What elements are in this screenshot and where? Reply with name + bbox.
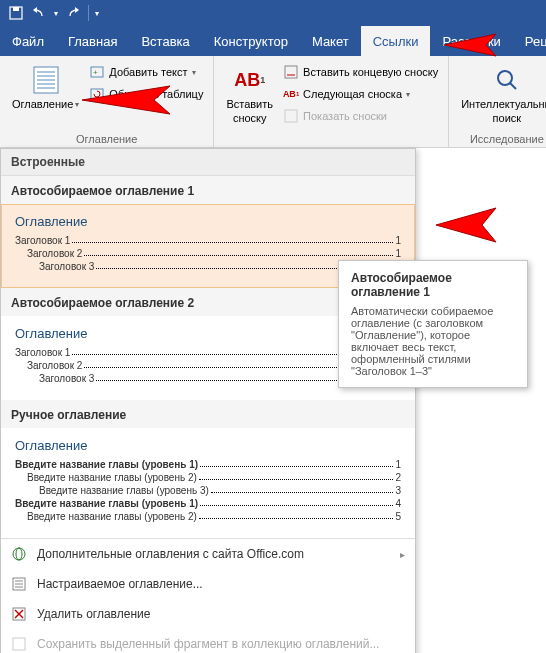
- remove-toc-button[interactable]: Удалить оглавление: [1, 599, 415, 629]
- tab-design[interactable]: Конструктор: [202, 26, 300, 56]
- annotation-arrow: [70, 80, 180, 120]
- globe-icon: [11, 546, 27, 562]
- insert-footnote-button[interactable]: AB1 Вставитьсноску: [220, 60, 279, 128]
- show-footnotes-icon: [283, 108, 299, 124]
- tab-insert[interactable]: Вставка: [129, 26, 201, 56]
- more-from-office-button[interactable]: Дополнительные оглавления с сайта Office…: [1, 539, 415, 569]
- undo-icon[interactable]: [30, 3, 50, 23]
- toc-group-label: Оглавление: [6, 133, 207, 145]
- endnote-icon: [283, 64, 299, 80]
- auto1-section-label: Автособираемое оглавление 1: [1, 176, 415, 204]
- research-group-label: Исследование: [455, 133, 546, 145]
- svg-line-15: [510, 83, 516, 89]
- add-text-icon: +: [89, 64, 105, 80]
- footnote-icon: AB1: [234, 64, 266, 96]
- save-icon[interactable]: [6, 3, 26, 23]
- next-footnote-icon: AB1: [283, 86, 299, 102]
- toc-preview-line: Заголовок 21: [15, 248, 401, 259]
- annotation-arrow: [424, 200, 504, 250]
- quick-access-toolbar: ▾ ▾: [0, 0, 546, 26]
- svg-rect-25: [13, 638, 25, 650]
- annotation-arrow: [434, 30, 504, 60]
- tab-layout[interactable]: Макет: [300, 26, 361, 56]
- toc-icon: [30, 64, 62, 96]
- tooltip-body: Автоматически собираемое оглавление (с з…: [351, 305, 515, 377]
- redo-icon[interactable]: [62, 3, 82, 23]
- toc-preview-line: Введите название главы (уровень 3)3: [15, 485, 401, 496]
- gallery-footer: Дополнительные оглавления с сайта Office…: [1, 538, 415, 653]
- tab-file[interactable]: Файл: [0, 26, 56, 56]
- custom-toc-button[interactable]: Настраиваемое оглавление...: [1, 569, 415, 599]
- tooltip-title: Автособираемое оглавление 1: [351, 271, 515, 299]
- svg-point-14: [498, 71, 512, 85]
- svg-point-17: [16, 548, 22, 560]
- svg-rect-13: [285, 110, 297, 122]
- chevron-right-icon: ▸: [400, 549, 405, 560]
- tooltip: Автособираемое оглавление 1 Автоматическ…: [338, 260, 528, 388]
- custom-toc-icon: [11, 576, 27, 592]
- add-text-label: Добавить текст: [109, 66, 187, 78]
- show-footnotes-button: Показать сноски: [279, 106, 442, 126]
- qat-customize-icon[interactable]: ▾: [95, 9, 99, 18]
- toc-preview-line: Введите название главы (уровень 2)5: [15, 511, 401, 522]
- tab-review[interactable]: Рец: [513, 26, 546, 56]
- next-footnote-button[interactable]: AB1 Следующая сноска ▾: [279, 84, 442, 104]
- insert-endnote-button[interactable]: Вставить концевую сноску: [279, 62, 442, 82]
- svg-point-16: [13, 548, 25, 560]
- chevron-down-icon: ▾: [406, 90, 410, 99]
- toc-preview-line: Введите название главы (уровень 1)4: [15, 498, 401, 509]
- svg-text:+: +: [93, 68, 98, 77]
- undo-dropdown-icon[interactable]: ▾: [54, 9, 58, 18]
- toc-preview-title: Оглавление: [15, 438, 401, 453]
- toc-preview-title: Оглавление: [15, 214, 401, 229]
- toc-label: Оглавление: [12, 98, 73, 110]
- svg-rect-11: [285, 66, 297, 78]
- smart-lookup-button[interactable]: Интеллектуальныпоиск: [455, 60, 546, 128]
- save-selection-icon: [11, 636, 27, 652]
- toc-gallery-dropdown: Встроенные Автособираемое оглавление 1 О…: [0, 148, 416, 653]
- save-selection-button: Сохранить выделенный фрагмент в коллекци…: [1, 629, 415, 653]
- manual-toc-item[interactable]: Оглавление Введите название главы (урове…: [1, 428, 415, 538]
- toc-preview-line: Введите название главы (уровень 1)1: [15, 459, 401, 470]
- ribbon-group-footnotes: AB1 Вставитьсноску Вставить концевую сно…: [214, 56, 449, 147]
- search-icon: [491, 64, 523, 96]
- manual-section-label: Ручное оглавление: [1, 400, 415, 428]
- svg-rect-1: [13, 7, 19, 11]
- chevron-down-icon: ▾: [192, 68, 196, 77]
- ribbon-group-research: Интеллектуальныпоиск Исследование: [449, 56, 546, 147]
- tab-home[interactable]: Главная: [56, 26, 129, 56]
- toc-preview-line: Введите название главы (уровень 2)2: [15, 472, 401, 483]
- gallery-builtin-header: Встроенные: [1, 149, 415, 176]
- remove-icon: [11, 606, 27, 622]
- tab-references[interactable]: Ссылки: [361, 26, 431, 56]
- toc-preview-line: Заголовок 11: [15, 235, 401, 246]
- add-text-button[interactable]: + Добавить текст ▾: [85, 62, 207, 82]
- footnotes-group-label: [220, 133, 442, 145]
